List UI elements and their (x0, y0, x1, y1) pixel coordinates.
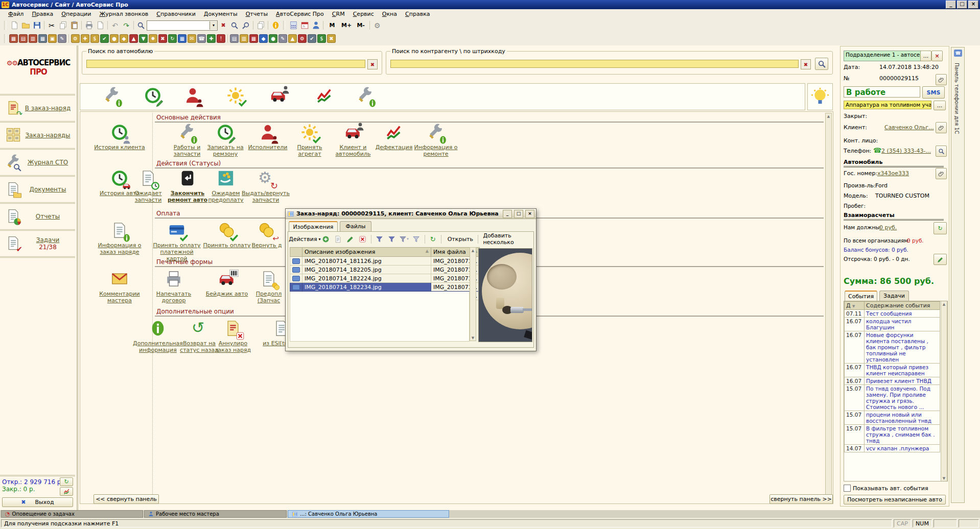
task-tab-current-order[interactable]: ...: Савченко Ольга Юрьевна (288, 510, 449, 518)
sidebar-item-reports[interactable]: Отчеты (0, 202, 75, 229)
status-field[interactable]: В работе (844, 86, 920, 98)
tab-files[interactable]: Файлы (340, 221, 371, 231)
sidebar-item-orders[interactable]: Заказ-наряды (0, 121, 75, 148)
dialog-close-icon[interactable]: × (525, 210, 534, 218)
event-row[interactable]: 16.07Привезет клиент ТНВД (845, 377, 940, 385)
events-col-text[interactable]: Содержание события (865, 302, 940, 310)
action-refund[interactable]: ↩Вернуть д (245, 221, 289, 249)
tb2-icon[interactable]: ✖ (158, 34, 167, 43)
events-col-date[interactable]: Д ▼ (845, 302, 865, 310)
events-scrollbar[interactable]: ▲▼ (941, 301, 947, 481)
action-accept-unit[interactable]: Принять агрегат (288, 123, 332, 157)
tb2-icon[interactable]: ✎ (58, 34, 66, 43)
tb2-icon[interactable]: ▤ (19, 34, 28, 43)
print-preview-icon[interactable] (95, 20, 106, 31)
sms-button[interactable]: SMS (922, 86, 945, 99)
action-repair-info[interactable]: Информация о ремонте (414, 123, 458, 157)
col-description[interactable]: Описание изображения ▲ (302, 248, 431, 257)
sidebar-item-tasks[interactable]: ✔ Задачи 21/38 (0, 229, 75, 258)
event-row[interactable]: 16.07колодца чистил Благушин (845, 318, 940, 331)
tb2-icon[interactable]: ◆ (120, 34, 128, 43)
close-icon[interactable]: × (968, 1, 978, 9)
tb2-icon[interactable]: ✖ (327, 34, 336, 43)
paperclip-icon[interactable] (936, 168, 947, 179)
toolbar-grip[interactable] (283, 21, 286, 30)
menu-file[interactable]: Файл (4, 10, 28, 18)
paperclip-icon[interactable] (936, 74, 947, 85)
action-accept-payment[interactable]: Принять оплату (202, 221, 251, 249)
menu-crm[interactable]: CRM (328, 10, 349, 18)
menu-edit[interactable]: Правка (28, 10, 57, 18)
dialog-table-scrollbar[interactable]: ▲▼ (470, 247, 476, 341)
action-prepayment-parts[interactable]: Предопл (Запчас (247, 270, 291, 304)
menu-windows[interactable]: Окна (378, 10, 401, 18)
menu-directories[interactable]: Справочники (152, 10, 199, 18)
tab-events[interactable]: События (845, 291, 877, 301)
user-search-icon[interactable] (310, 20, 321, 31)
chevron-down-icon[interactable]: ▾ (209, 21, 217, 30)
owe-refresh-button[interactable]: ↻ (934, 222, 947, 234)
action-order-info[interactable]: Информация о заказ наряде (91, 221, 148, 255)
shortcut-defectation-icon[interactable] (313, 86, 336, 107)
shortcut-accept-unit-icon[interactable] (224, 86, 247, 107)
tb2-icon[interactable]: ◆ (259, 34, 268, 43)
collapse-right-button[interactable]: свернуть панель >> (769, 494, 833, 504)
delete-icon[interactable] (357, 233, 368, 245)
menu-help[interactable]: Справка (401, 10, 434, 18)
filter-by-value-icon[interactable] (386, 233, 398, 245)
tb2-icon[interactable]: ▥ (29, 34, 37, 43)
action-accept-card-payment[interactable]: Принять оплату платежной картой (151, 221, 202, 262)
tab-tasks[interactable]: Задачи (879, 291, 909, 301)
set-filter-icon[interactable] (374, 233, 385, 245)
minimize-icon[interactable]: _ (946, 1, 956, 9)
clear-search-icon[interactable]: ✖ (218, 20, 229, 31)
dialog-minimize-icon[interactable]: _ (503, 210, 512, 218)
open-image-button[interactable]: Открыть (444, 233, 475, 245)
telephony-panel[interactable]: ☎ Панель телефонии для 1С (951, 47, 965, 503)
action-master-comments[interactable]: Комментарии мастера (91, 270, 148, 304)
action-print-contract[interactable]: Напечатать договор (148, 270, 199, 304)
find-next-icon[interactable] (240, 20, 251, 31)
shortcut-executors-icon[interactable] (181, 86, 204, 107)
dialog-maximize-icon[interactable]: □ (514, 210, 523, 218)
clear-filter-icon[interactable] (411, 233, 422, 245)
settings-gear-icon[interactable]: ⚙ (371, 20, 383, 31)
shortcut-works-parts-icon[interactable] (101, 86, 123, 107)
event-row[interactable]: 15.07По тнвд озвучено. Под замену. При п… (845, 385, 940, 411)
action-works-parts[interactable]: Работы и запчасти (165, 123, 209, 157)
image-row[interactable]: IMG_20180714_181126.jpgIMG_2018071... (290, 257, 480, 266)
tb2-icon[interactable]: ↻ (168, 34, 177, 43)
menu-call-log[interactable]: Журнал звонков (95, 10, 152, 18)
shortcut-repair-info-icon[interactable] (354, 86, 377, 107)
maximize-icon[interactable]: □ (957, 1, 967, 9)
view-unrecorded-button[interactable]: Посмотреть незаписанные авто (844, 495, 946, 504)
shortcut-schedule-repair-icon[interactable] (142, 86, 164, 107)
action-defectation[interactable]: Дефектация (372, 123, 416, 151)
quick-search-input[interactable] (147, 21, 209, 30)
tb2-icon[interactable]: ▲ (288, 34, 297, 43)
toolbar-grip[interactable] (4, 34, 7, 43)
department-clear-icon[interactable]: × (931, 51, 943, 61)
event-row[interactable]: 16.07ТНВД который привез клиент неиспара… (845, 364, 940, 377)
redo-icon[interactable]: ↷ (121, 20, 132, 31)
event-row[interactable]: 16.07Новые форсунки клиента поставлены ,… (845, 331, 940, 364)
task-tab-notifications[interactable]: ◔ Оповещение о задачах (1, 510, 143, 518)
action-awaiting-parts[interactable]: Ожидает запчасти (126, 169, 170, 203)
action-executors[interactable]: Исполнители (246, 123, 290, 151)
shortcut-client-car-icon[interactable] (267, 86, 290, 107)
copy-layers-icon[interactable] (255, 20, 266, 31)
paperclip-icon[interactable] (936, 122, 947, 133)
sidebar-item-to-order[interactable]: ↷ В заказ-наряд (0, 94, 75, 121)
car-search-clear-icon[interactable]: ✖ (367, 59, 378, 69)
sidebar-item-sto-journal[interactable]: Журнал СТО (0, 148, 75, 175)
info-icon[interactable] (270, 20, 281, 31)
client-search-input[interactable] (390, 60, 799, 68)
search-icon[interactable] (135, 20, 147, 31)
tb2-icon[interactable]: ✉ (188, 34, 196, 43)
action-issue-return-parts[interactable]: ⚙↻Выдать/вернуть запчасти (241, 169, 290, 203)
tb2-icon[interactable]: ▦ (38, 34, 47, 43)
vertical-scrollbar[interactable]: ▲▼ (825, 113, 832, 502)
tb2-icon[interactable]: ✔ (100, 34, 109, 43)
exit-button[interactable]: ✖ Выход (2, 497, 73, 507)
add-multiple-button[interactable]: Добавить несколько (480, 233, 531, 245)
